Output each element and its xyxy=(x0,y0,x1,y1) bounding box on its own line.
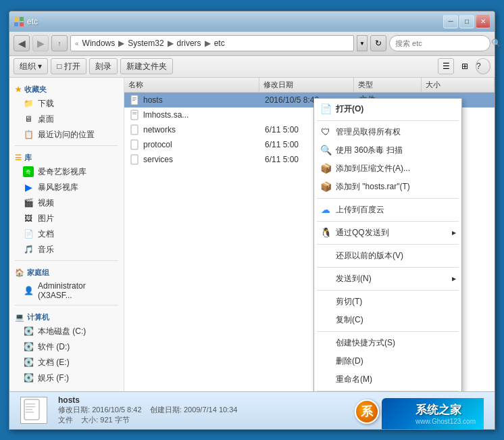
sidebar-item-admin[interactable]: 👤 Administrator (X3ASF... xyxy=(9,279,124,302)
svg-rect-16 xyxy=(26,406,35,408)
sidebar-divider-1 xyxy=(15,145,118,146)
path-system32[interactable]: System32 xyxy=(126,38,166,49)
col-type-header[interactable]: 类型 xyxy=(354,78,422,92)
menu-item-upload[interactable]: ☁ 上传到百度云 xyxy=(314,201,461,219)
menu-item-rename[interactable]: 重命名(M) xyxy=(314,370,461,389)
svg-rect-13 xyxy=(131,155,138,164)
path-etc[interactable]: etc xyxy=(212,38,227,49)
back-button[interactable]: ◀ xyxy=(14,35,30,51)
protocol-file-icon xyxy=(130,139,141,150)
new-folder-button[interactable]: 新建文件夹 xyxy=(120,58,173,74)
svg-rect-2 xyxy=(14,22,18,26)
compress-icon: 📦 xyxy=(320,162,332,174)
file-list-area: 名称 修改日期 类型 大小 hosts xyxy=(124,78,495,391)
search-icon[interactable]: 🔍 xyxy=(491,39,501,48)
user-icon: 👤 xyxy=(23,285,34,296)
menu-item-compress-rar[interactable]: 📦 添加到 "hosts.rar"(T) xyxy=(314,178,461,196)
file-name-lmhosts: lmhosts.sa... xyxy=(126,109,261,120)
menu-item-delete[interactable]: 删除(D) xyxy=(314,352,461,370)
desktop-icon: 🖥 xyxy=(23,114,34,124)
up-button[interactable]: ↑ xyxy=(51,35,68,51)
sidebar-homegroup-header[interactable]: 🏠 家庭组 xyxy=(9,264,124,279)
view-button1[interactable]: ☰ xyxy=(438,58,454,74)
close-button[interactable]: ✕ xyxy=(476,15,490,28)
menu-item-send[interactable]: 发送到(N) xyxy=(314,270,461,288)
address-path: « Windows ▶ System32 ▶ drivers ▶ etc xyxy=(70,35,354,51)
sidebar: ★ 收藏夹 📁 下载 🖥 桌面 📋 最近访问的位置 ☰ 库 奇 xyxy=(9,78,124,391)
sidebar-item-video[interactable]: 🎬 视频 xyxy=(9,195,124,211)
file-name-networks: networks xyxy=(126,124,261,135)
menu-item-copy[interactable]: 复制(C) xyxy=(314,311,461,329)
services-file-icon xyxy=(130,154,141,165)
context-menu: 📄 打开(O) 🛡 管理员取得所有权 🔍 使用 360杀毒 扫描 📦 添加到压缩… xyxy=(313,98,462,391)
explorer-window: etc ─ □ ✕ ◀ ▶ ↑ « Windows ▶ System32 ▶ d… xyxy=(9,11,495,430)
menu-item-admin[interactable]: 🛡 管理员取得所有权 xyxy=(314,123,461,141)
search-box: 🔍 xyxy=(389,35,490,51)
file-name-protocol: protocol xyxy=(126,139,261,150)
menu-sep-7 xyxy=(317,331,459,332)
help-button[interactable]: ? xyxy=(476,58,490,74)
refresh-button[interactable]: ↻ xyxy=(370,35,386,51)
svg-rect-8 xyxy=(131,110,138,120)
organize-button[interactable]: 组织 ▾ xyxy=(14,58,48,74)
ddrive-icon: 💽 xyxy=(23,341,34,352)
menu-item-compress[interactable]: 📦 添加到压缩文件(A)... xyxy=(314,160,461,178)
networks-file-icon xyxy=(130,124,141,135)
open-button[interactable]: □ 打开 xyxy=(51,58,86,74)
sidebar-item-download[interactable]: 📁 下载 xyxy=(9,96,124,112)
menu-item-shortcut[interactable]: 创建快捷方式(S) xyxy=(314,334,461,352)
path-dropdown-button[interactable]: ▼ xyxy=(357,35,368,51)
sidebar-item-cdrive[interactable]: 💽 本地磁盘 (C:) xyxy=(9,324,124,339)
minimize-button[interactable]: ─ xyxy=(443,15,458,28)
svg-rect-15 xyxy=(26,404,35,405)
sidebar-item-baofeng[interactable]: ▶ 暴风影视库 xyxy=(9,180,124,195)
sidebar-item-recent[interactable]: 📋 最近访问的位置 xyxy=(9,127,124,143)
lmhosts-file-icon xyxy=(130,109,141,120)
menu-sep-5 xyxy=(317,267,459,268)
view-button2[interactable]: ⊞ xyxy=(457,58,473,74)
sidebar-item-picture[interactable]: 🖼 图片 xyxy=(9,211,124,226)
sidebar-item-edrive[interactable]: 💽 文档 (E:) xyxy=(9,355,124,370)
sidebar-item-document[interactable]: 📄 文档 xyxy=(9,226,124,242)
status-info: hosts 修改日期: 2016/10/5 8:42 创建日期: 2009/7/… xyxy=(58,395,331,425)
path-drivers[interactable]: drivers xyxy=(175,38,203,49)
watermark-url: www.Ghost123.com xyxy=(415,418,476,425)
col-size-header[interactable]: 大小 xyxy=(422,78,495,92)
menu-item-qq[interactable]: 🐧 通过QQ发送到 xyxy=(314,224,461,242)
menu-item-open[interactable]: 📄 打开(O) xyxy=(314,100,461,118)
sidebar-item-iqiyi[interactable]: 奇 爱奇艺影视库 xyxy=(9,164,124,180)
maximize-button[interactable]: □ xyxy=(459,15,474,28)
menu-item-scan[interactable]: 🔍 使用 360杀毒 扫描 xyxy=(314,141,461,160)
menu-item-cut[interactable]: 剪切(T) xyxy=(314,293,461,311)
sidebar-library-header[interactable]: ☰ 库 xyxy=(9,149,124,164)
file-name-hosts: hosts xyxy=(126,95,261,105)
sidebar-item-music[interactable]: 🎵 音乐 xyxy=(9,242,124,258)
sidebar-item-desktop[interactable]: 🖥 桌面 xyxy=(9,112,124,127)
col-date-header[interactable]: 修改日期 xyxy=(259,78,354,92)
path-windows[interactable]: Windows xyxy=(80,38,118,49)
admin-icon: 🛡 xyxy=(320,126,332,138)
forward-button[interactable]: ▶ xyxy=(32,35,49,51)
sidebar-item-fdrive[interactable]: 💽 娱乐 (F:) xyxy=(9,370,124,386)
computer-icon: 💻 xyxy=(15,313,24,322)
status-modified: 修改日期: 2016/10/5 8:42 创建日期: 2009/7/14 10:… xyxy=(58,405,331,415)
toolbar-right: ☰ ⊞ ? xyxy=(438,58,490,74)
menu-item-restore[interactable]: 还原以前的版本(V) xyxy=(314,247,461,265)
burn-button[interactable]: 刻录 xyxy=(89,58,118,74)
sidebar-divider-3 xyxy=(15,305,118,305)
watermark-container: 系统之家 www.Ghost123.com 系 xyxy=(342,391,484,429)
watermark-name: 系统之家 xyxy=(415,402,476,418)
sidebar-divider-2 xyxy=(15,260,118,261)
search-input[interactable] xyxy=(395,39,488,47)
qq-icon: 🐧 xyxy=(320,226,332,239)
status-bar: hosts 修改日期: 2016/10/5 8:42 创建日期: 2009/7/… xyxy=(9,391,495,429)
sidebar-favorites-header[interactable]: ★ 收藏夹 xyxy=(9,80,124,96)
title-controls: ─ □ ✕ xyxy=(443,15,490,28)
menu-sep-6 xyxy=(317,290,459,291)
star-icon: ★ xyxy=(15,85,22,94)
status-file-icon xyxy=(20,397,47,424)
sidebar-item-ddrive[interactable]: 💽 软件 (D:) xyxy=(9,339,124,355)
col-name-header[interactable]: 名称 xyxy=(124,78,259,92)
sidebar-computer-header[interactable]: 💻 计算机 xyxy=(9,308,124,324)
folder-icon: 📁 xyxy=(23,98,34,109)
